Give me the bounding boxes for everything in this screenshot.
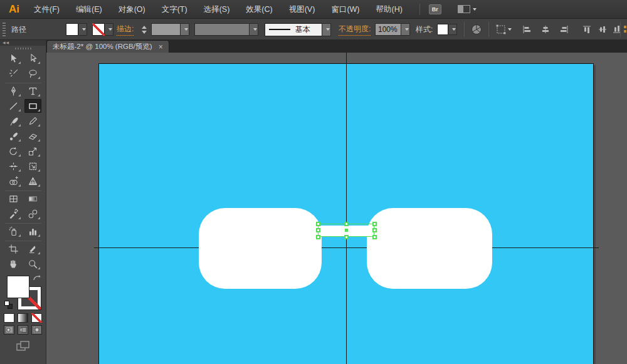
rounded-rect-shape-right[interactable] xyxy=(367,208,492,289)
menu-type[interactable]: 文字(T) xyxy=(154,0,196,19)
align-right-button[interactable] xyxy=(559,19,569,40)
stroke-panel-link[interactable]: 描边: xyxy=(117,23,134,36)
opacity-field[interactable]: 100% xyxy=(375,19,410,40)
slice-tool[interactable] xyxy=(24,242,41,256)
menu-edit[interactable]: 编辑(E) xyxy=(68,0,110,19)
line-segment-tool[interactable] xyxy=(5,99,22,113)
fill-color-swatch[interactable] xyxy=(66,19,78,40)
control-bar-grip[interactable] xyxy=(3,19,6,40)
draw-behind-button[interactable] xyxy=(18,325,28,335)
stroke-style-dropdown[interactable] xyxy=(322,23,331,36)
distribute-icon-partial[interactable] xyxy=(623,19,627,40)
menu-help[interactable]: 帮助(H) xyxy=(368,0,411,19)
horizontal-guide-line xyxy=(94,247,599,248)
recolor-artwork-button[interactable] xyxy=(471,19,482,40)
width-tool[interactable] xyxy=(5,159,22,173)
direct-selection-tool[interactable] xyxy=(24,51,41,65)
selection-handle-w[interactable] xyxy=(316,228,320,232)
free-transform-tool[interactable] xyxy=(24,159,41,173)
screen-mode-button[interactable] xyxy=(0,341,46,352)
pen-tool[interactable] xyxy=(5,84,22,98)
rotate-tool[interactable] xyxy=(5,144,22,158)
hand-tool[interactable] xyxy=(5,257,22,271)
selection-tool[interactable] xyxy=(5,51,22,65)
paintbrush-tool[interactable] xyxy=(5,114,22,128)
gradient-tool[interactable] xyxy=(24,192,41,205)
menu-object[interactable]: 对象(O) xyxy=(110,0,154,19)
document-tab[interactable]: 未标题-2* @ 100% (RGB/预览) × xyxy=(46,40,169,53)
stroke-style-combo[interactable]: 基本 xyxy=(265,19,331,40)
symbol-sprayer-tool[interactable] xyxy=(5,224,22,238)
shape-builder-tool[interactable] xyxy=(5,174,22,188)
canvas-viewport[interactable] xyxy=(46,53,627,364)
selection-handle-nw[interactable] xyxy=(316,222,320,226)
zoom-tool[interactable] xyxy=(24,257,41,271)
vertical-guide-line xyxy=(346,53,347,364)
eyedropper-tool[interactable] xyxy=(5,207,22,221)
menu-view[interactable]: 视图(V) xyxy=(281,0,324,19)
transform-panel-button[interactable] xyxy=(495,19,512,40)
workspace-switcher-button[interactable] xyxy=(458,5,477,13)
bridge-button[interactable]: Br xyxy=(429,4,441,14)
tab-close-icon[interactable]: × xyxy=(159,43,163,51)
selection-handle-n[interactable] xyxy=(344,222,349,226)
opacity-dropdown[interactable] xyxy=(401,23,410,36)
blob-brush-tool[interactable] xyxy=(5,129,22,143)
color-mode-button[interactable] xyxy=(4,313,14,323)
gradient-mode-button[interactable] xyxy=(18,313,28,323)
selection-handle-s[interactable] xyxy=(344,235,349,239)
selection-handle-ne[interactable] xyxy=(372,222,377,226)
blend-tool[interactable] xyxy=(24,207,41,221)
brush-definition-dropdown[interactable] xyxy=(194,19,258,40)
selection-handle-sw[interactable] xyxy=(316,235,320,239)
column-graph-tool[interactable] xyxy=(24,224,41,238)
chevron-down-icon xyxy=(405,28,409,31)
none-mode-button[interactable] xyxy=(31,313,42,323)
toolbar-grip[interactable] xyxy=(0,46,46,51)
rounded-rect-shape-left[interactable] xyxy=(199,208,322,289)
draw-inside-button[interactable] xyxy=(31,325,42,335)
stroke-color-swatch[interactable] xyxy=(92,19,105,40)
menu-file[interactable]: 文件(F) xyxy=(26,0,68,19)
menu-effect[interactable]: 效果(C) xyxy=(238,0,280,19)
scale-tool[interactable] xyxy=(24,144,41,158)
stroke-color-dropdown[interactable] xyxy=(105,19,113,40)
align-left-button[interactable] xyxy=(522,19,532,40)
menu-window[interactable]: 窗口(W) xyxy=(323,0,367,19)
type-tool[interactable] xyxy=(24,84,41,98)
magic-wand-tool[interactable] xyxy=(5,66,22,80)
mesh-tool[interactable] xyxy=(5,192,22,205)
align-v-center-button[interactable] xyxy=(598,19,608,40)
opacity-panel-link[interactable]: 不透明度: xyxy=(339,23,371,36)
menu-select[interactable]: 选择(S) xyxy=(196,0,238,19)
context-label: 路径 xyxy=(11,19,26,40)
align-top-button[interactable] xyxy=(582,19,592,40)
stroke-weight-field[interactable] xyxy=(151,19,189,40)
graphic-style-dropdown[interactable] xyxy=(449,19,457,40)
artboard-tool[interactable] xyxy=(5,242,22,256)
align-h-center-button[interactable] xyxy=(540,19,551,40)
control-separator xyxy=(620,19,621,40)
chevron-down-icon xyxy=(82,28,86,31)
app-logo: Ai xyxy=(0,3,26,16)
stroke-weight-stepper[interactable] xyxy=(142,19,148,40)
perspective-grid-tool[interactable] xyxy=(24,174,41,188)
stepper-up-icon[interactable] xyxy=(142,26,147,29)
selection-handle-se[interactable] xyxy=(372,235,377,239)
fill-color-dropdown[interactable] xyxy=(79,19,87,40)
eraser-tool[interactable] xyxy=(24,129,41,143)
draw-normal-button[interactable] xyxy=(4,325,14,335)
workspace: ◀◀ xyxy=(0,40,627,364)
toolbar-collapse-button[interactable]: ◀◀ xyxy=(0,40,46,46)
pencil-tool[interactable] xyxy=(24,114,41,128)
lasso-tool[interactable] xyxy=(24,66,41,80)
fill-swatch-white[interactable] xyxy=(7,276,29,298)
selection-center-point[interactable] xyxy=(345,229,348,232)
rectangle-tool[interactable] xyxy=(24,99,41,113)
swap-fill-stroke-icon[interactable] xyxy=(33,274,41,286)
selection-handle-e[interactable] xyxy=(372,228,377,232)
stroke-weight-dropdown[interactable] xyxy=(181,23,189,36)
stepper-down-icon[interactable] xyxy=(142,31,147,34)
default-fill-stroke-icon[interactable] xyxy=(4,301,13,309)
graphic-style-swatch[interactable] xyxy=(437,19,448,40)
